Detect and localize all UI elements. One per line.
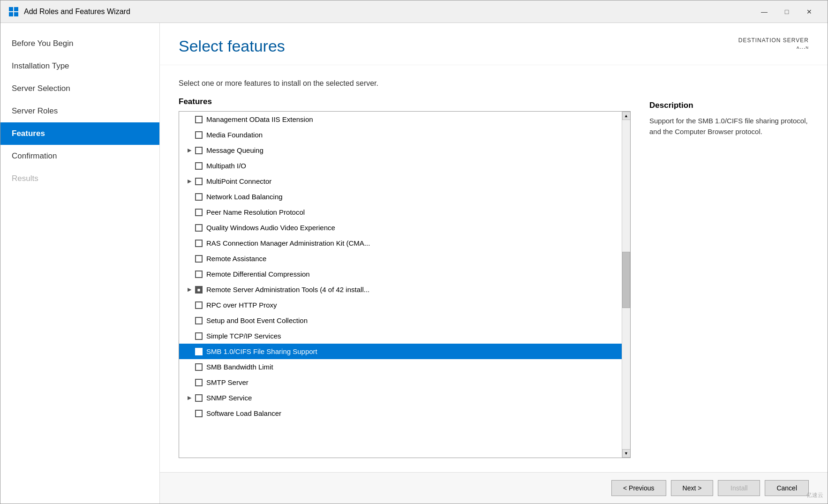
features-label: Features bbox=[179, 97, 631, 106]
previous-button[interactable]: < Previous bbox=[611, 480, 666, 496]
feature-item-remote-server-admin[interactable]: ▶■Remote Server Administration Tools (4 … bbox=[179, 282, 622, 297]
content-body: Select one or more features to install o… bbox=[160, 65, 828, 472]
feature-item-setup-boot-event[interactable]: Setup and Boot Event Collection bbox=[179, 313, 622, 328]
feature-label: SMB 1.0/CIFS File Sharing Support bbox=[206, 347, 317, 355]
feature-checkbox[interactable] bbox=[195, 317, 203, 324]
feature-item-mgmt-odata[interactable]: Management OData IIS Extension bbox=[179, 112, 622, 127]
sidebar-item-before-you-begin[interactable]: Before You Begin bbox=[0, 32, 159, 55]
feature-checkbox[interactable] bbox=[195, 147, 203, 154]
feature-label: Multipath I/O bbox=[206, 162, 246, 170]
scrollbar-thumb-area bbox=[622, 120, 630, 449]
cancel-button[interactable]: Cancel bbox=[765, 480, 809, 496]
sidebar-item-server-roles[interactable]: Server Roles bbox=[0, 100, 159, 122]
scroll-up-arrow[interactable]: ▲ bbox=[622, 112, 631, 120]
feature-checkbox[interactable]: ■ bbox=[195, 286, 203, 293]
features-list[interactable]: Management OData IIS ExtensionMedia Foun… bbox=[179, 112, 622, 458]
sidebar-item-features[interactable]: Features bbox=[0, 122, 159, 145]
features-list-container: Management OData IIS ExtensionMedia Foun… bbox=[179, 111, 631, 458]
maximize-button[interactable]: □ bbox=[776, 4, 798, 19]
feature-item-multipoint-connector[interactable]: ▶MultiPoint Connector bbox=[179, 173, 622, 189]
install-button[interactable]: Install bbox=[718, 480, 760, 496]
description-panel: Description Support for the SMB 1.0/CIFS… bbox=[649, 79, 809, 458]
feature-checkbox[interactable] bbox=[195, 332, 203, 340]
feature-checkbox[interactable] bbox=[195, 178, 203, 185]
feature-item-snmp-service[interactable]: ▶SNMP Service bbox=[179, 390, 622, 406]
description-label: Description bbox=[649, 101, 809, 110]
svg-rect-1 bbox=[14, 7, 18, 11]
feature-label: RPC over HTTP Proxy bbox=[206, 301, 277, 309]
feature-checkbox[interactable] bbox=[195, 193, 203, 201]
scrollbar-track: ▲ ▼ bbox=[622, 112, 630, 458]
feature-item-remote-differential[interactable]: Remote Differential Compression bbox=[179, 266, 622, 282]
close-button[interactable]: ✕ bbox=[798, 4, 820, 19]
feature-label: Remote Assistance bbox=[206, 255, 266, 263]
feature-item-peer-name-resolution[interactable]: Peer Name Resolution Protocol bbox=[179, 204, 622, 220]
feature-label: Simple TCP/IP Services bbox=[206, 332, 281, 340]
feature-checkbox[interactable] bbox=[195, 363, 203, 371]
feature-label: Peer Name Resolution Protocol bbox=[206, 208, 305, 216]
server-info: a...n bbox=[738, 44, 809, 50]
feature-item-ras-connection[interactable]: RAS Connection Manager Administration Ki… bbox=[179, 235, 622, 251]
expand-icon[interactable]: ▶ bbox=[186, 147, 193, 154]
feature-label: Management OData IIS Extension bbox=[206, 115, 313, 123]
feature-checkbox[interactable] bbox=[195, 131, 203, 139]
feature-item-rpc-over-http[interactable]: RPC over HTTP Proxy bbox=[179, 297, 622, 313]
feature-label: Network Load Balancing bbox=[206, 193, 283, 201]
content-area: Select features DESTINATION SERVER a...n… bbox=[160, 23, 828, 504]
footer: < Previous Next > Install Cancel bbox=[160, 472, 828, 504]
feature-checkbox[interactable] bbox=[195, 116, 203, 123]
feature-checkbox[interactable] bbox=[195, 162, 203, 170]
window-controls: — □ ✕ bbox=[753, 4, 820, 19]
svg-rect-3 bbox=[14, 12, 18, 16]
feature-item-network-load-balancing[interactable]: Network Load Balancing bbox=[179, 189, 622, 204]
wizard-window: Add Roles and Features Wizard — □ ✕ Befo… bbox=[0, 0, 828, 504]
feature-label: Remote Server Administration Tools (4 of… bbox=[206, 286, 369, 293]
feature-item-multipath-io[interactable]: Multipath I/O bbox=[179, 158, 622, 173]
feature-label: Message Queuing bbox=[206, 146, 263, 154]
feature-checkbox[interactable] bbox=[195, 379, 203, 386]
feature-item-quality-windows-audio[interactable]: Quality Windows Audio Video Experience bbox=[179, 220, 622, 235]
feature-checkbox[interactable] bbox=[195, 255, 203, 263]
feature-label: SMB Bandwidth Limit bbox=[206, 363, 273, 371]
feature-item-smtp-server[interactable]: SMTP Server bbox=[179, 375, 622, 390]
next-button[interactable]: Next > bbox=[671, 480, 714, 496]
feature-checkbox[interactable] bbox=[195, 209, 203, 216]
destination-server: DESTINATION SERVER a...n bbox=[738, 37, 809, 50]
expand-icon[interactable]: ▶ bbox=[186, 286, 193, 293]
watermark: 亿速云 bbox=[806, 491, 823, 499]
expand-icon[interactable]: ▶ bbox=[186, 178, 193, 185]
feature-item-smb-cifs[interactable]: ✓SMB 1.0/CIFS File Sharing Support bbox=[179, 344, 622, 359]
sidebar-item-installation-type[interactable]: Installation Type bbox=[0, 55, 159, 77]
sidebar-item-server-selection[interactable]: Server Selection bbox=[0, 77, 159, 100]
feature-item-media-foundation[interactable]: Media Foundation bbox=[179, 127, 622, 143]
sidebar-item-results: Results bbox=[0, 167, 159, 190]
scrollbar-thumb[interactable] bbox=[622, 252, 630, 308]
feature-checkbox[interactable] bbox=[195, 240, 203, 247]
main-content: Before You BeginInstallation TypeServer … bbox=[0, 23, 828, 504]
features-panel: Select one or more features to install o… bbox=[179, 79, 631, 458]
feature-checkbox[interactable] bbox=[195, 271, 203, 278]
feature-label: Remote Differential Compression bbox=[206, 270, 310, 278]
instruction-text: Select one or more features to install o… bbox=[179, 79, 631, 88]
feature-label: Setup and Boot Event Collection bbox=[206, 316, 308, 324]
feature-item-smb-bandwidth[interactable]: SMB Bandwidth Limit bbox=[179, 359, 622, 375]
sidebar: Before You BeginInstallation TypeServer … bbox=[0, 23, 160, 504]
feature-label: Software Load Balancer bbox=[206, 409, 281, 417]
svg-rect-0 bbox=[9, 7, 13, 11]
feature-checkbox[interactable] bbox=[195, 410, 203, 417]
sidebar-item-confirmation[interactable]: Confirmation bbox=[0, 145, 159, 167]
feature-item-software-load-balancer[interactable]: Software Load Balancer bbox=[179, 406, 622, 421]
feature-checkbox[interactable] bbox=[195, 301, 203, 309]
feature-item-message-queuing[interactable]: ▶Message Queuing bbox=[179, 143, 622, 158]
feature-checkbox[interactable] bbox=[195, 224, 203, 232]
minimize-button[interactable]: — bbox=[753, 4, 775, 19]
feature-checkbox[interactable]: ✓ bbox=[195, 348, 203, 355]
feature-item-simple-tcpip[interactable]: Simple TCP/IP Services bbox=[179, 328, 622, 344]
scroll-down-arrow[interactable]: ▼ bbox=[622, 449, 631, 458]
description-text: Support for the SMB 1.0/CIFS file sharin… bbox=[649, 116, 809, 137]
app-icon bbox=[8, 6, 19, 17]
feature-label: SNMP Service bbox=[206, 394, 252, 402]
feature-checkbox[interactable] bbox=[195, 394, 203, 402]
expand-icon[interactable]: ▶ bbox=[186, 394, 193, 402]
feature-item-remote-assistance[interactable]: Remote Assistance bbox=[179, 251, 622, 266]
